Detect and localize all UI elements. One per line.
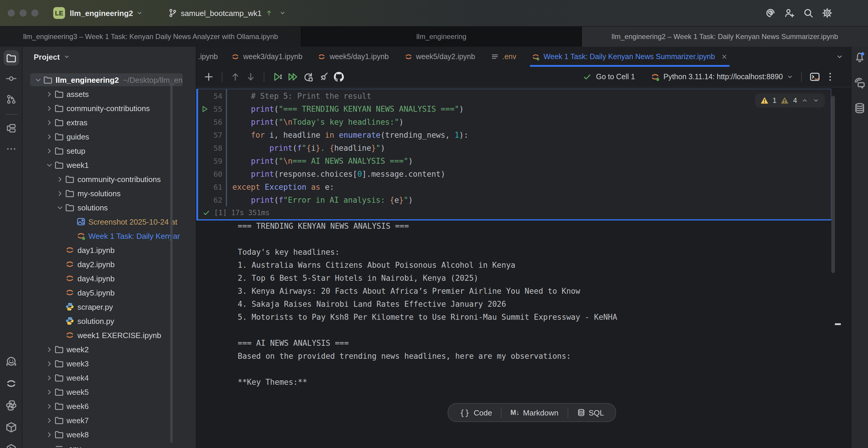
chevron-right-icon[interactable] — [44, 118, 54, 127]
kebab-menu-icon[interactable] — [825, 71, 835, 82]
chevron-right-icon[interactable] — [44, 387, 54, 396]
tree-item[interactable]: day4.ipynb — [23, 271, 196, 285]
tree-item[interactable]: setup — [23, 143, 196, 158]
search-icon[interactable] — [803, 8, 814, 18]
editor-tab[interactable]: .ipynb — [196, 47, 224, 67]
tree-item[interactable]: solution.py — [23, 314, 196, 328]
chevron-down-icon[interactable] — [136, 9, 143, 17]
project-panel-header[interactable]: Project — [23, 47, 196, 67]
tree-item[interactable]: guides — [23, 129, 196, 143]
tree-item[interactable]: week8 — [23, 427, 196, 442]
chevron-right-icon[interactable] — [56, 174, 64, 184]
code-cell[interactable]: 54 # Step 5: Print the result55 print("=… — [196, 89, 831, 220]
add-cell-icon[interactable] — [204, 71, 214, 82]
editor-tab[interactable]: week3/day1.ipynb — [224, 47, 310, 67]
vcs-share-tool-button[interactable] — [3, 92, 19, 107]
project-name[interactable]: llm_engineering2 — [70, 8, 133, 18]
tree-item[interactable]: community-contributions — [23, 172, 196, 186]
editor-scrollbar[interactable] — [831, 96, 835, 273]
chevron-right-icon[interactable] — [44, 104, 54, 113]
chevron-right-icon[interactable] — [44, 146, 54, 155]
tree-item[interactable]: week6 — [23, 399, 196, 413]
panel-scrollbar[interactable] — [170, 78, 173, 443]
chevron-right-icon[interactable] — [44, 359, 54, 368]
run-line-icon[interactable] — [201, 105, 209, 113]
kernel-selector[interactable]: Python 3.11.14: http://localhost:8890 — [650, 72, 794, 82]
tree-item[interactable]: week1 EXERCISE.ipynb — [23, 328, 196, 342]
ai-chat-icon[interactable] — [854, 77, 866, 89]
github-icon[interactable] — [334, 71, 344, 82]
move-cell-up-icon[interactable] — [230, 71, 241, 82]
python-console-icon[interactable] — [5, 399, 17, 411]
editor-tab[interactable]: .env — [483, 47, 524, 67]
close-icon[interactable] — [721, 53, 728, 60]
chevron-right-icon[interactable] — [44, 416, 54, 425]
chevron-right-icon[interactable] — [56, 189, 64, 198]
go-to-cell-link[interactable]: Go to Cell 1 — [596, 73, 635, 81]
gear-icon[interactable] — [822, 8, 833, 18]
chevron-down-icon[interactable] — [34, 75, 42, 84]
tree-item[interactable]: scraper.py — [23, 300, 196, 314]
tree-item[interactable]: week5 — [23, 385, 196, 399]
chevron-down-icon[interactable] — [56, 203, 64, 212]
run-cell-icon[interactable] — [272, 71, 283, 82]
huggingface-icon[interactable] — [5, 356, 17, 367]
project-tool-button[interactable] — [3, 50, 19, 66]
tree-item[interactable]: assets — [23, 87, 196, 101]
tree-item[interactable]: day5.ipynb — [23, 285, 196, 300]
python-packages-icon[interactable] — [5, 421, 17, 433]
tab-list-chevron-icon[interactable] — [835, 53, 844, 61]
tree-item[interactable]: week4 — [23, 371, 196, 385]
tree-item[interactable]: day1.ipynb — [23, 243, 196, 257]
jupyter-console-icon[interactable] — [809, 71, 820, 82]
more-tools-button[interactable] — [3, 141, 19, 157]
maximize-window-button[interactable] — [31, 9, 38, 17]
window-tab[interactable]: llm_engineering2 – Week 1 Task: Daily Ke… — [582, 27, 868, 47]
add-sql-cell-button[interactable]: SQL — [574, 408, 607, 417]
move-cell-down-icon[interactable] — [245, 71, 256, 82]
window-tab[interactable]: llm_engineering3 – Week 1 Task: Kenyan D… — [0, 27, 302, 47]
add-code-cell-button[interactable]: {} Code — [457, 408, 495, 417]
error-stripe-mark[interactable] — [835, 323, 841, 325]
chevron-right-icon[interactable] — [44, 345, 54, 354]
tree-item[interactable]: week3 — [23, 356, 196, 371]
notifications-bell-icon[interactable] — [854, 52, 866, 63]
tree-item[interactable]: Week 1 Task: Daily Kenyar — [23, 229, 196, 243]
chevron-right-icon[interactable] — [44, 132, 54, 141]
chevron-right-icon[interactable] — [44, 430, 54, 439]
tree-item[interactable]: llm_engineering2~/Desktop/llm_en — [23, 73, 196, 87]
add-user-icon[interactable] — [784, 8, 795, 18]
vcs-widget[interactable]: samuel_bootcamp_wk1 — [168, 8, 286, 18]
jupyter-tool-icon[interactable] — [5, 378, 17, 389]
minimize-window-button[interactable] — [20, 9, 27, 17]
clear-outputs-icon[interactable] — [318, 71, 329, 82]
next-warning-icon[interactable] — [812, 97, 819, 104]
chevron-right-icon[interactable] — [44, 90, 54, 98]
structure-tool-button[interactable] — [3, 121, 19, 136]
chevron-right-icon[interactable] — [44, 402, 54, 411]
tree-item[interactable]: day2.ipynb — [23, 257, 196, 271]
editor-tab[interactable]: Week 1 Task: Daily Kenyan News Summarize… — [524, 47, 736, 67]
tree-item[interactable]: .env — [23, 442, 196, 448]
services-icon[interactable] — [5, 443, 17, 448]
tree-item[interactable]: week2 — [23, 342, 196, 356]
tree-item[interactable]: extras — [23, 115, 196, 129]
window-tab[interactable]: llm_engineering — [302, 27, 582, 47]
run-all-icon[interactable] — [287, 71, 298, 82]
tree-item[interactable]: week7 — [23, 413, 196, 427]
database-tool-icon[interactable] — [854, 102, 866, 114]
commit-tool-button[interactable] — [3, 71, 19, 86]
ai-assistant-icon[interactable] — [765, 8, 776, 18]
tree-item[interactable]: my-solutions — [23, 186, 196, 200]
add-markdown-cell-button[interactable]: M↓ Markdown — [507, 408, 561, 417]
chevron-down-icon[interactable] — [44, 160, 54, 169]
close-window-button[interactable] — [8, 9, 15, 17]
editor-tab[interactable]: week5/day1.ipynb — [310, 47, 397, 67]
tree-item[interactable]: Screenshot 2025-10-24 at — [23, 215, 196, 229]
chevron-right-icon[interactable] — [44, 373, 54, 382]
tree-item[interactable]: week1 — [23, 158, 196, 172]
previous-warning-icon[interactable] — [801, 97, 808, 104]
tree-item[interactable]: solutions — [23, 200, 196, 215]
restart-kernel-icon[interactable] — [303, 71, 313, 82]
tree-item[interactable]: community-contributions — [23, 101, 196, 115]
